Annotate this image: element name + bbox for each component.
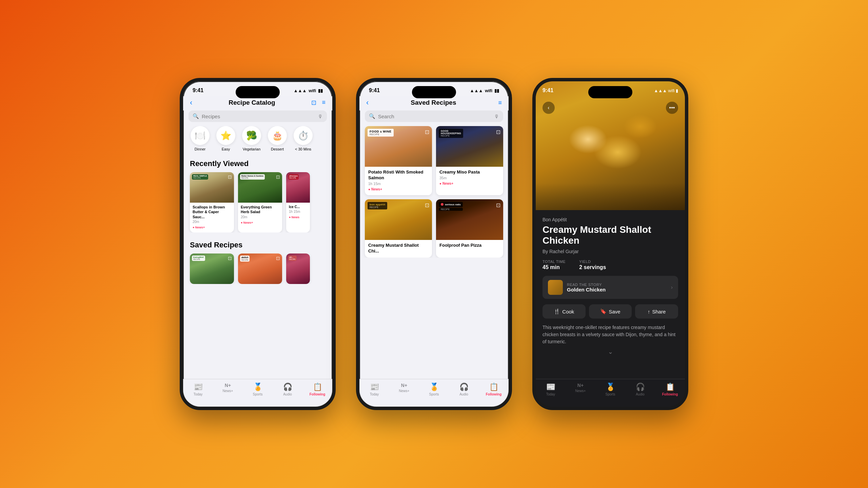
yield-label: YIELD (579, 260, 606, 264)
status-signal-3: ▲▲▲ wifi ▮ (654, 88, 678, 93)
saved-grid-card-1-bookmark: ⊡ (425, 129, 429, 135)
saved-grid-card-2-title: Creamy Miso Pasta (439, 169, 500, 175)
tab-today-1[interactable]: 📰 Today (183, 383, 213, 396)
saved-card-1-img: EatingWellRECIPE ⊡ (190, 253, 234, 284)
tab-audio-3[interactable]: 🎧 Audio (625, 383, 655, 396)
category-vegetarian[interactable]: 🥦 Vegetarian (241, 126, 262, 151)
tab-sports-1[interactable]: 🏅 Sports (243, 383, 273, 396)
category-dinner[interactable]: 🍽️ Dinner (190, 126, 210, 151)
battery-icon-1: ▮▮ (318, 88, 323, 93)
saved-card-2-img: delishRECIPE ⊡ (238, 253, 282, 284)
saved-grid-card-1[interactable]: FOOD & WINE RECIPE ⊡ Potato Rösti With S… (365, 126, 432, 195)
card-2-bookmark: ⊡ (276, 174, 280, 180)
category-30min-label: < 30 Mins (295, 147, 311, 151)
mic-icon-1[interactable]: 🎙 (318, 114, 323, 119)
tab-newsplus-2[interactable]: N+ News+ (389, 383, 419, 393)
search-bar-1[interactable]: 🔍 🎙 (189, 110, 327, 122)
search-input-1[interactable] (202, 114, 315, 119)
tab-audio-2[interactable]: 🎧 Audio (449, 383, 479, 396)
back-button-2[interactable]: ‹ (366, 98, 369, 107)
page-title-2: Saved Recipes (411, 99, 456, 106)
search-bar-2[interactable]: 🔍 🎙 (365, 110, 503, 122)
cook-button[interactable]: 🍴 Cook (542, 304, 586, 319)
saved-grid-card-1-title: Potato Rösti With Smoked Salmon (368, 169, 429, 181)
card-3-newsplus: ● News (289, 216, 299, 219)
saved-grid-card-3-bookmark: ⊡ (425, 202, 429, 208)
recently-viewed-card-1[interactable]: REAL SIMPLERECIPE ⊡ Scallops in Brown Bu… (190, 172, 234, 232)
tab-sports-3[interactable]: 🏅 Sports (595, 383, 625, 396)
newsplus-label-1: News+ (223, 389, 233, 393)
saved-grid-card-4-bookmark: ⊡ (496, 202, 500, 208)
mic-icon-2[interactable]: 🎙 (494, 114, 499, 119)
saved-card-3[interactable]: oli...RECIPE (286, 253, 310, 284)
saved-grid-card-3-title: Creamy Mustard Shallot Chi... (368, 243, 429, 254)
tab-bar-1: 📰 Today N+ News+ 🏅 Sports 🎧 Audio 📋 Foll… (183, 379, 332, 407)
search-icon-1: 🔍 (193, 113, 199, 119)
saved-grid-card-3[interactable]: bon appétit RECIPE ⊡ Creamy Mustard Shal… (365, 199, 432, 258)
tab-following-1[interactable]: 📋 Following (302, 383, 332, 396)
cook-label: Cook (562, 309, 574, 314)
newsplus-label-3: News+ (575, 389, 586, 393)
tab-following-3[interactable]: 📋 Following (655, 383, 685, 396)
save-button-3[interactable]: 🔖 Save (589, 304, 632, 319)
category-easy[interactable]: ⭐ Easy (216, 126, 236, 151)
saved-card-1[interactable]: EatingWellRECIPE ⊡ (190, 253, 234, 284)
recipe-source: Bon Appétit (542, 217, 678, 222)
saved-grid-card-4-source: serious eats RECIPE (439, 202, 463, 211)
saved-card-2[interactable]: delishRECIPE ⊡ (238, 253, 282, 284)
recently-viewed-card-2[interactable]: Better Homes & GardensRECIPE ⊡ Everythin… (238, 172, 282, 232)
today-label-2: Today (370, 392, 379, 396)
sports-label-3: Sports (606, 392, 615, 396)
saved-grid-card-4-img: serious eats RECIPE ⊡ (436, 199, 503, 240)
tab-following-2[interactable]: 📋 Following (479, 383, 509, 396)
back-button-3[interactable]: ‹ (542, 102, 555, 114)
read-story-card[interactable]: READ THE STORY Golden Chicken › (542, 276, 678, 299)
recipe-title: Creamy Mustard Shallot Chicken (542, 224, 678, 246)
card-2-body: Everything Green Herb Salad 20m ● News+ (238, 203, 282, 228)
saved-card-3-img: oli...RECIPE (286, 253, 310, 284)
share-label: Share (652, 309, 666, 314)
menu-icon-1[interactable]: ≡ (322, 99, 326, 106)
saved-recipes-list-1: EatingWellRECIPE ⊡ delishRECIPE ⊡ oli...… (183, 253, 332, 284)
share-button[interactable]: ↑ Share (635, 304, 678, 319)
card-3-source: allrecipesRECIPE (288, 174, 299, 180)
menu-icon-2[interactable]: ≡ (498, 99, 502, 106)
category-30min[interactable]: ⏱️ < 30 Mins (293, 126, 313, 151)
saved-grid-card-3-source: bon appétit RECIPE (368, 202, 387, 209)
recipe-detail-body: Bon Appétit Creamy Mustard Shallot Chick… (536, 210, 685, 407)
recently-viewed-card-3[interactable]: allrecipesRECIPE Ice C... 1h 15m ● News (286, 172, 310, 232)
saved-grid-card-2[interactable]: GOODHOUSEKEEPING RECIPE ⊡ Creamy Miso Pa… (436, 126, 503, 195)
status-time-3: 9:41 (542, 87, 553, 94)
recipe-hero: 9:41 ▲▲▲ wifi ▮ ‹ ••• (536, 81, 685, 210)
card-3-img: allrecipesRECIPE (286, 172, 310, 203)
card-3-time: 1h 15m (289, 210, 307, 214)
newsplus-icon-1: N+ (225, 383, 231, 388)
saved-grid-card-4[interactable]: serious eats RECIPE ⊡ Foolproof Pan Pizz… (436, 199, 503, 258)
following-label-3: Following (662, 392, 678, 396)
total-time-value: 45 min (542, 264, 566, 270)
saved-grid-card-2-body: Creamy Miso Pasta 35m ●News+ (436, 167, 503, 189)
tab-sports-2[interactable]: 🏅 Sports (419, 383, 449, 396)
tab-today-3[interactable]: 📰 Today (536, 383, 566, 396)
today-label-3: Today (546, 392, 555, 396)
tab-newsplus-3[interactable]: N+ News+ (566, 383, 595, 393)
saved-grid-card-2-source: GOODHOUSEKEEPING RECIPE (439, 129, 463, 138)
bookmark-icon-1[interactable]: ⊡ (311, 99, 316, 106)
tab-audio-1[interactable]: 🎧 Audio (273, 383, 302, 396)
more-button-3[interactable]: ••• (666, 102, 678, 114)
total-time-stat: TOTAL TIME 45 min (542, 260, 566, 270)
search-input-2[interactable] (378, 114, 491, 119)
card-2-newsplus: ● News+ (241, 221, 253, 224)
category-dessert[interactable]: 🎂 Dessert (267, 126, 288, 151)
tab-today-2[interactable]: 📰 Today (359, 383, 389, 396)
card-2-title: Everything Green Herb Salad (241, 205, 279, 215)
recently-viewed-header: Recently Viewed (183, 157, 332, 172)
newsplus-icon-3: N+ (577, 383, 584, 388)
following-icon-3: 📋 (666, 383, 675, 391)
story-icon (548, 280, 563, 295)
tab-newsplus-1[interactable]: N+ News+ (213, 383, 243, 393)
back-button-1[interactable]: ‹ (190, 98, 192, 107)
sports-label-2: Sports (429, 392, 439, 396)
nav-bar-2: ‹ Saved Recipes ≡ (359, 96, 509, 110)
nav-icons-1: ⊡ ≡ (311, 99, 326, 106)
